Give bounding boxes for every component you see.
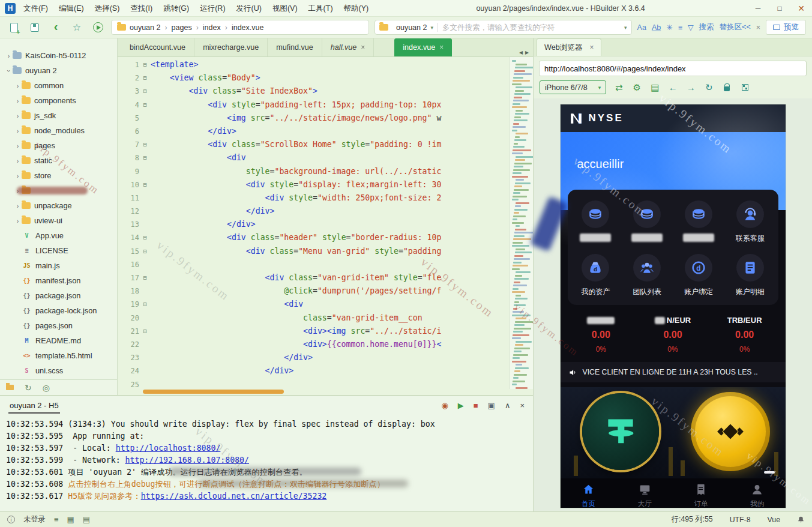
editor-tab-mufind-vue[interactable]: mufind.vue <box>268 38 322 56</box>
replace-button[interactable]: 替换区<< <box>720 22 751 32</box>
fold-marker-icon[interactable]: ⊟ <box>139 138 151 151</box>
phone-menu-item[interactable] <box>621 200 673 242</box>
menu-item[interactable]: 工具(T) <box>303 0 338 17</box>
browser-tab[interactable]: Web浏览器 × <box>537 38 601 56</box>
phone-menu-item-账户绑定[interactable]: d账户绑定 <box>673 254 724 295</box>
tab-scroll-left-icon[interactable]: ◂ <box>519 48 523 56</box>
tree-item-unpackage[interactable]: ›unpackage <box>0 198 117 213</box>
breadcrumb-item[interactable]: index.vue <box>232 23 264 32</box>
locate-file-icon[interactable]: ◎ <box>43 383 50 393</box>
tree-item-uni-scss[interactable]: Suni.scss <box>0 363 117 378</box>
phone-menu-item[interactable] <box>570 200 622 242</box>
tab-首页[interactable]: 首页 <box>561 478 617 508</box>
tree-item-static[interactable]: ›static <box>0 153 117 168</box>
tab-我的[interactable]: 我的 <box>729 478 786 508</box>
lock-icon[interactable] <box>721 82 732 93</box>
breadcrumb-item[interactable]: pages <box>172 23 192 32</box>
fold-marker-icon[interactable]: ⊟ <box>139 325 151 338</box>
search-history-chevron-icon[interactable]: ▾ <box>624 25 627 31</box>
tree-item-manifest-json[interactable]: {}manifest.json <box>0 273 117 288</box>
console-link[interactable]: http://192.168.0.107:8080/ <box>125 456 249 465</box>
save-button[interactable] <box>27 20 43 35</box>
tree-item-app-vue[interactable]: VApp.vue <box>0 228 117 243</box>
phone-menu-item-账户明细[interactable]: 账户明细 <box>724 254 776 295</box>
carousel-indicator[interactable] <box>764 471 775 474</box>
tab-scroll-right-icon[interactable]: ▸ <box>525 48 529 56</box>
promo-banner[interactable] <box>561 387 786 478</box>
console-link[interactable]: https://ask.dcloud.net.cn/article/35232 <box>141 492 327 501</box>
run-button[interactable] <box>90 20 106 35</box>
debug-icon[interactable]: ◉ <box>441 401 448 410</box>
menu-item[interactable]: 选择(S) <box>89 0 125 17</box>
bookmark-button[interactable]: ☆ <box>69 20 85 35</box>
regex-button[interactable]: ✳ <box>666 23 672 32</box>
fold-marker-icon[interactable]: ⊟ <box>139 298 151 311</box>
fold-marker-icon[interactable]: ⊟ <box>139 245 151 258</box>
tree-item-template-h5-html[interactable]: <>template.h5.html <box>0 348 117 363</box>
tab-close-icon[interactable]: × <box>439 43 444 52</box>
new-file-button[interactable] <box>6 20 22 35</box>
navigate-back-button[interactable]: ‹ <box>48 20 64 35</box>
menu-item[interactable]: 跳转(G) <box>158 0 194 17</box>
tree-item-main-js[interactable]: JSmain.js <box>0 258 117 273</box>
fold-marker-icon[interactable]: ⊟ <box>139 151 151 164</box>
tree-item-readme-md[interactable]: MREADME.md <box>0 333 117 348</box>
breadcrumb-item[interactable]: ouyuan 2 <box>130 23 160 32</box>
fold-marker-icon[interactable]: ⊟ <box>139 231 151 244</box>
breadcrumb-item[interactable]: index <box>203 23 221 32</box>
browser-refresh-icon[interactable]: ↻ <box>703 82 714 93</box>
menu-item[interactable]: 查找(I) <box>125 0 158 17</box>
phone-menu-item-我的资产[interactable]: d我的资产 <box>570 254 622 295</box>
tree-item-obscured[interactable]: › <box>0 183 117 198</box>
open-in-window-icon[interactable]: ▣ <box>488 401 495 410</box>
fold-marker-icon[interactable]: ⊟ <box>139 58 151 71</box>
browser-back-icon[interactable]: ← <box>667 82 678 93</box>
encoding-indicator[interactable]: UTF-8 <box>730 516 751 524</box>
tree-item-common[interactable]: ›common <box>0 78 117 93</box>
phone-menu-item-联系客服[interactable]: 联系客服 <box>724 200 776 242</box>
minimize-button[interactable]: ─ <box>747 0 769 16</box>
fold-marker-icon[interactable]: ⊟ <box>139 98 151 112</box>
cursor-position[interactable]: 行:495 列:55 <box>672 514 713 525</box>
editor-tab-mixrecharge-vue[interactable]: mixrecharge.vue <box>194 38 268 56</box>
device-settings-icon[interactable]: ⚙ <box>631 82 642 93</box>
maximize-button[interactable]: □ <box>769 0 790 16</box>
rerun-icon[interactable]: ▶ <box>458 401 464 410</box>
tree-item-ouyuan-2[interactable]: ›ouyuan 2 <box>0 63 117 78</box>
tab-close-icon[interactable]: × <box>361 43 365 52</box>
fold-marker-icon[interactable]: ⊟ <box>139 85 151 98</box>
tree-item-package-lock-json[interactable]: {}package-lock.json <box>0 303 117 318</box>
rotate-device-icon[interactable]: ⇄ <box>613 82 624 93</box>
minimap[interactable] <box>509 57 533 389</box>
url-input[interactable] <box>539 61 807 76</box>
menu-item[interactable]: 帮助(Y) <box>338 0 374 17</box>
match-case-button[interactable]: Aa <box>637 23 646 32</box>
console-tab[interactable]: ouyuan 2 - H5 <box>8 397 60 414</box>
code-area[interactable]: 1⊟<template>2⊟ <view class="Body">3⊟ <di… <box>118 57 533 395</box>
login-status[interactable]: 未登录 <box>23 514 46 525</box>
editor-tab-bindAccount-vue[interactable]: bindAccount.vue <box>121 38 194 56</box>
device-selector[interactable]: iPhone 6/7/8▾ <box>540 80 606 94</box>
tree-item-uview-ui[interactable]: ›uview-ui <box>0 213 117 228</box>
menu-item[interactable]: 发行(U) <box>231 0 267 17</box>
tree-item-kaiscoin-h5-0112[interactable]: ›KaisCoin-h5-0112 <box>0 48 117 63</box>
language-mode[interactable]: Vue <box>768 516 780 524</box>
tab-大厅[interactable]: 大厅 <box>616 478 673 508</box>
editor-tab-hall-vue[interactable]: hall.vue× <box>322 38 374 56</box>
phone-menu-item[interactable] <box>673 200 724 242</box>
sort-lines-icon[interactable]: ≡ <box>678 23 682 32</box>
fold-marker-icon[interactable]: ⊟ <box>139 271 151 285</box>
collapse-panel-icon[interactable]: ∧ <box>505 401 511 410</box>
layout-icon[interactable]: ▦ <box>67 515 74 524</box>
tree-item-pages[interactable]: ›pages <box>0 138 117 153</box>
devtools-icon[interactable]: ▤ <box>649 82 660 93</box>
tab-订单[interactable]: 订单 <box>673 478 729 508</box>
match-word-button[interactable]: Ab <box>652 23 661 32</box>
tree-item-components[interactable]: ›components <box>0 93 117 108</box>
fold-marker-icon[interactable]: ⊟ <box>139 178 151 191</box>
qr-code-icon[interactable] <box>739 82 750 93</box>
tree-item-license[interactable]: ≡LICENSE <box>0 243 117 258</box>
scrollbar-thumb[interactable] <box>143 390 284 394</box>
editor-tab-index-vue[interactable]: index.vue× <box>394 38 452 56</box>
search-input[interactable] <box>442 23 620 32</box>
